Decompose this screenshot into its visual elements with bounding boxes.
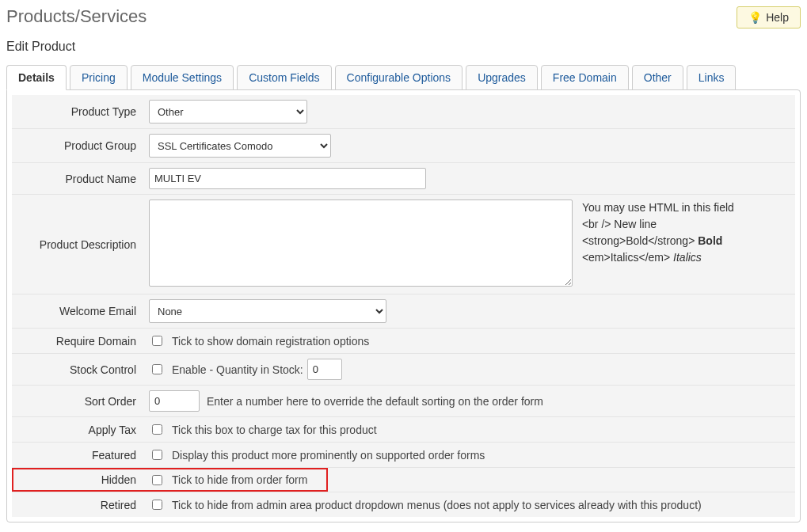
tab-links[interactable]: Links: [687, 65, 737, 90]
tab-other[interactable]: Other: [632, 65, 683, 90]
details-panel: Product Type Other Product Group SSL Cer…: [6, 89, 801, 522]
desc-help-em-text: Italics: [673, 251, 702, 264]
retired-checkbox[interactable]: [152, 500, 162, 510]
apply-tax-hint: Tick this box to charge tax for this pro…: [172, 424, 377, 436]
require-domain-hint: Tick to show domain registration options: [172, 335, 369, 348]
help-button[interactable]: 💡 Help: [737, 6, 801, 28]
featured-label: Featured: [12, 443, 143, 468]
product-description-label: Product Description: [12, 195, 143, 294]
desc-help-strong-text: Bold: [698, 234, 722, 247]
help-button-label: Help: [766, 11, 789, 24]
description-help: You may use HTML in this field <br /> Ne…: [582, 200, 734, 266]
apply-tax-checkbox[interactable]: [152, 424, 162, 435]
desc-help-br-code: <br />: [582, 218, 611, 230]
stock-control-label: Stock Control: [12, 354, 143, 386]
stock-qty-input[interactable]: [307, 359, 342, 380]
lightbulb-icon: 💡: [748, 11, 762, 24]
sort-order-input[interactable]: [149, 390, 200, 412]
stock-control-hint: Enable - Quantity in Stock:: [172, 363, 303, 376]
require-domain-label: Require Domain: [12, 329, 143, 354]
product-group-label: Product Group: [12, 129, 143, 163]
tab-upgrades[interactable]: Upgrades: [466, 65, 538, 90]
retired-hint: Tick to hide from admin area product dro…: [172, 499, 702, 511]
tab-pricing[interactable]: Pricing: [70, 65, 128, 90]
desc-help-intro: You may use HTML in this field: [582, 200, 734, 216]
sort-order-hint: Enter a number here to override the defa…: [207, 395, 543, 408]
product-description-textarea[interactable]: [149, 200, 573, 287]
desc-help-em-code: <em>Italics</em>: [582, 251, 670, 264]
tab-custom-fields[interactable]: Custom Fields: [237, 65, 331, 90]
tab-free-domain[interactable]: Free Domain: [541, 65, 629, 90]
tab-bar: Details Pricing Module Settings Custom F…: [6, 65, 801, 90]
featured-hint: Display this product more prominently on…: [172, 449, 485, 462]
require-domain-checkbox[interactable]: [152, 336, 162, 346]
desc-help-strong-code: <strong>Bold</strong>: [582, 234, 695, 247]
product-type-select[interactable]: Other: [149, 100, 307, 124]
apply-tax-label: Apply Tax: [12, 417, 143, 443]
hidden-hint: Tick to hide from order form: [172, 473, 307, 486]
hidden-label: Hidden: [101, 473, 136, 486]
stock-control-checkbox[interactable]: [152, 364, 162, 374]
featured-checkbox[interactable]: [152, 450, 162, 460]
product-group-select[interactable]: SSL Certificates Comodo: [149, 134, 331, 158]
welcome-email-label: Welcome Email: [12, 294, 143, 329]
tab-details[interactable]: Details: [6, 65, 67, 90]
retired-label: Retired: [12, 492, 143, 518]
sort-order-label: Sort Order: [12, 386, 143, 417]
tab-configurable-options[interactable]: Configurable Options: [335, 65, 463, 90]
tab-module-settings[interactable]: Module Settings: [131, 65, 234, 90]
product-type-label: Product Type: [12, 95, 143, 129]
desc-help-br-text: New line: [611, 218, 657, 230]
product-name-label: Product Name: [12, 163, 143, 195]
product-name-input[interactable]: [149, 168, 426, 189]
page-title: Products/Services: [6, 6, 147, 27]
hidden-checkbox[interactable]: [152, 475, 162, 485]
welcome-email-select[interactable]: None: [149, 299, 386, 323]
subheading: Edit Product: [6, 40, 801, 54]
